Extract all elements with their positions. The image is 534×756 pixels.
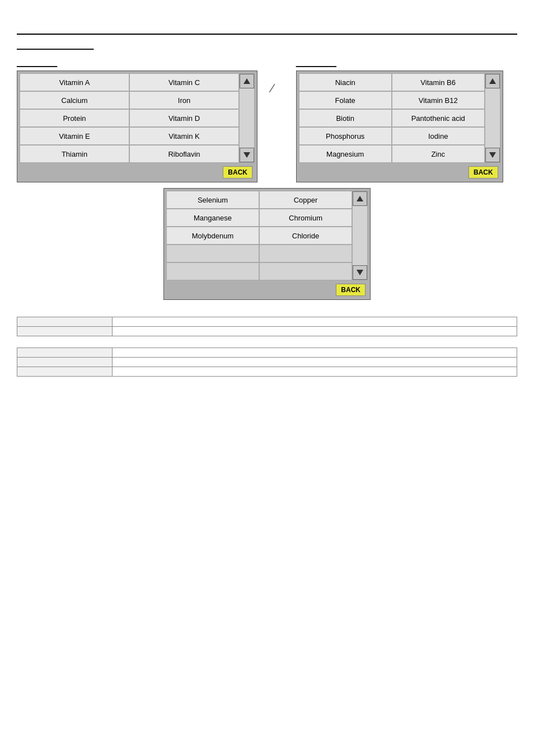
- large-table-row-0: [17, 348, 517, 358]
- panel3-cell-0-0[interactable]: Selenium: [166, 191, 259, 209]
- panel2-cell-4-0[interactable]: Magnesium: [299, 145, 392, 163]
- simple-table-row-0: [17, 317, 517, 327]
- panel2-cell-3-1[interactable]: Iodine: [392, 127, 485, 145]
- panel3-scroll-down[interactable]: [353, 265, 367, 280]
- panel3: Selenium Copper Manganese Chromium Molyb…: [163, 188, 371, 300]
- down-arrow-icon: [357, 270, 363, 275]
- panel1-wrapper: __________ Vitamin A Vitamin C Calcium I…: [17, 59, 257, 182]
- panel2-nutrient-grid: Niacin Vitamin B6 Folate Vitamin B12 Bio…: [299, 73, 485, 163]
- panel2-cell-1-1[interactable]: Vitamin B12: [392, 91, 485, 109]
- down-arrow-icon: [243, 152, 250, 158]
- panel1-scroll-track: [240, 88, 254, 148]
- panel2-cell-1-0[interactable]: Folate: [299, 91, 392, 109]
- panel3-cell-0-1[interactable]: Copper: [259, 191, 352, 209]
- panel1-cell-4-0[interactable]: Thiamin: [20, 145, 129, 163]
- panel2-scroll-track: [485, 88, 500, 148]
- panel3-bottom-row: BACK: [166, 283, 368, 297]
- panel3-cell-1-1[interactable]: Chromium: [259, 209, 352, 227]
- panel3-cell-4-1[interactable]: [259, 262, 352, 280]
- panel3-cell-2-0[interactable]: Molybdenum: [166, 227, 259, 245]
- panel3-wrapper-outer: Selenium Copper Manganese Chromium Molyb…: [17, 188, 517, 300]
- panel3-back-button[interactable]: BACK: [336, 284, 366, 296]
- panel1-scroll-down[interactable]: [240, 148, 254, 162]
- panel3-nutrient-grid: Selenium Copper Manganese Chromium Molyb…: [166, 191, 352, 280]
- up-arrow-icon: [243, 78, 250, 84]
- panel1-grid: Vitamin A Vitamin C Calcium Iron Protein…: [20, 73, 239, 163]
- large-table-content-1: [113, 358, 517, 367]
- simple-table-cell-0-right: [113, 317, 517, 327]
- panel1-scroll-up[interactable]: [240, 74, 254, 88]
- panel3-cell-3-0[interactable]: [166, 245, 259, 262]
- panel2-scroll-col: [485, 73, 500, 163]
- panel1-cell-1-0[interactable]: Calcium: [20, 91, 129, 109]
- large-table-row-2: [17, 367, 517, 377]
- simple-table-cell-1-left: [17, 327, 113, 336]
- panel3-cell-3-1[interactable]: [259, 245, 352, 262]
- panel2-cell-0-0[interactable]: Niacin: [299, 73, 392, 91]
- panel1-cell-2-0[interactable]: Protein: [20, 109, 129, 127]
- large-table: [17, 348, 517, 377]
- panel1-bottom-row: BACK: [20, 165, 255, 180]
- panel2-cell-2-1[interactable]: Pantothenic acid: [392, 109, 485, 127]
- panel2-wrapper: __________ Niacin Vitamin B6 Folate Vita…: [296, 59, 503, 182]
- simple-table-cell-1-right: [113, 327, 517, 336]
- panel3-scroll-track: [353, 206, 367, 265]
- large-table-label-2: [17, 367, 113, 377]
- panel2-grid: Niacin Vitamin B6 Folate Vitamin B12 Bio…: [299, 73, 485, 163]
- panel2-label: __________: [296, 59, 503, 67]
- bottom-section: [17, 317, 517, 377]
- panel1-cell-3-1[interactable]: Vitamin K: [129, 127, 239, 145]
- panel1-cell-3-0[interactable]: Vitamin E: [20, 127, 129, 145]
- panel2: Niacin Vitamin B6 Folate Vitamin B12 Bio…: [296, 71, 503, 182]
- panel1-cell-4-1[interactable]: Riboflavin: [129, 145, 239, 163]
- panel1-cell-0-0[interactable]: Vitamin A: [20, 73, 129, 91]
- top-underline-label: ___________________: [17, 41, 517, 50]
- down-arrow-icon: [489, 152, 496, 158]
- large-table-row-1: [17, 358, 517, 367]
- simple-table-cell-0-left: [17, 317, 113, 327]
- panel1: Vitamin A Vitamin C Calcium Iron Protein…: [17, 71, 257, 182]
- simple-table-row-1: [17, 327, 517, 336]
- panel3-grid: Selenium Copper Manganese Chromium Molyb…: [166, 191, 352, 280]
- panel1-nutrient-grid: Vitamin A Vitamin C Calcium Iron Protein…: [20, 73, 239, 163]
- panel3-scroll-col: [352, 191, 368, 280]
- panel3-wrapper: Selenium Copper Manganese Chromium Molyb…: [163, 188, 371, 300]
- up-arrow-icon: [357, 196, 363, 201]
- panel2-cell-0-1[interactable]: Vitamin B6: [392, 73, 485, 91]
- panel1-back-button[interactable]: BACK: [223, 166, 252, 179]
- panel1-label: __________: [17, 59, 257, 67]
- panel1-scroll-col: [239, 73, 255, 163]
- panel1-cell-0-1[interactable]: Vitamin C: [129, 73, 239, 91]
- panel3-cell-4-0[interactable]: [166, 262, 259, 280]
- panel2-cell-3-0[interactable]: Phosphorus: [299, 127, 392, 145]
- panel2-cell-4-1[interactable]: Zinc: [392, 145, 485, 163]
- large-table-label-1: [17, 358, 113, 367]
- panel3-cell-1-0[interactable]: Manganese: [166, 209, 259, 227]
- large-table-content-0: [113, 348, 517, 358]
- panels-top-row: __________ Vitamin A Vitamin C Calcium I…: [17, 59, 517, 182]
- simple-table: [17, 317, 517, 336]
- panel2-scroll-down[interactable]: [485, 148, 500, 162]
- panel2-scroll-up[interactable]: [485, 74, 500, 88]
- panel3-scroll-up[interactable]: [353, 191, 367, 206]
- panel2-back-button[interactable]: BACK: [469, 166, 498, 179]
- panel3-cell-2-1[interactable]: Chloride: [259, 227, 352, 245]
- large-table-label-0: [17, 348, 113, 358]
- slash-decoration: ∕: [271, 81, 274, 96]
- panel1-cell-2-1[interactable]: Vitamin D: [129, 109, 239, 127]
- large-table-content-2: [113, 367, 517, 377]
- up-arrow-icon: [489, 78, 496, 84]
- panel2-cell-2-0[interactable]: Biotin: [299, 109, 392, 127]
- panel2-bottom-row: BACK: [299, 165, 500, 180]
- panel1-cell-1-1[interactable]: Iron: [129, 91, 239, 109]
- top-rule: [17, 34, 517, 35]
